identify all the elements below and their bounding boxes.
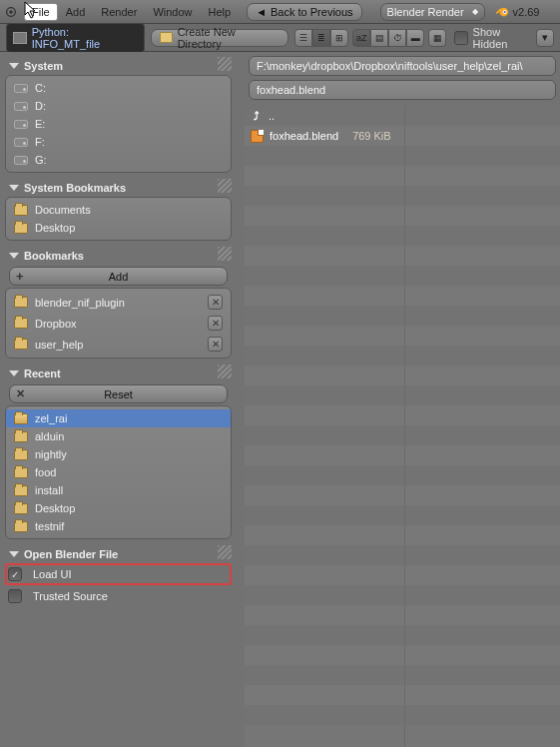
- drive-item[interactable]: D:: [6, 97, 231, 115]
- bookmark-item[interactable]: user_help✕: [6, 334, 231, 355]
- show-hidden-checkbox[interactable]: Show Hidden: [454, 26, 537, 50]
- drive-item[interactable]: E:: [6, 115, 231, 133]
- main-menu: File Add Render Window Help: [24, 3, 239, 21]
- arrow-left-icon: ◄: [256, 6, 267, 18]
- up-arrow-icon: ⤴: [251, 110, 263, 122]
- panel-header-bookmarks[interactable]: Bookmarks: [5, 247, 232, 265]
- panel-recent: zel_rai alduin nightly food install Desk…: [5, 405, 232, 539]
- disclose-icon: [9, 63, 19, 69]
- folder-icon: [14, 485, 28, 496]
- script-icon: [13, 32, 27, 44]
- recent-item[interactable]: zel_rai: [6, 409, 231, 427]
- folder-icon: [14, 467, 28, 478]
- add-bookmark-button[interactable]: +Add: [9, 267, 228, 286]
- drive-item[interactable]: C:: [6, 79, 231, 97]
- sort-alpha-button[interactable]: aZ: [352, 29, 370, 47]
- panel-system: C: D: E: F: G:: [5, 75, 232, 173]
- folder-icon: [14, 449, 28, 460]
- recent-item[interactable]: install: [6, 481, 231, 499]
- checkbox-icon: [8, 589, 22, 603]
- recent-item[interactable]: food: [6, 463, 231, 481]
- top-menu-bar: File Add Render Window Help ◄ Back to Pr…: [0, 0, 560, 24]
- folder-icon: [14, 205, 28, 216]
- file-name: foxhead.blend: [270, 130, 338, 142]
- remove-bookmark-button[interactable]: ✕: [208, 295, 223, 310]
- reset-recent-button[interactable]: ✕Reset: [9, 384, 228, 403]
- file-list[interactable]: ⤴ .. foxhead.blend 769 KiB: [245, 106, 560, 747]
- folder-icon: [14, 431, 28, 442]
- panel-header-system-bookmarks[interactable]: System Bookmarks: [5, 179, 232, 197]
- view-thumbnail-button[interactable]: ⊞: [330, 29, 348, 47]
- path-input[interactable]: F:\monkey\dropbox\Dropbox\niftools\user_…: [249, 56, 556, 76]
- version-label: v2.69: [495, 5, 540, 19]
- disclose-icon: [9, 371, 19, 376]
- filename-input[interactable]: foxhead.blend: [249, 80, 556, 100]
- disclose-icon: [9, 185, 19, 191]
- folder-icon: [160, 32, 173, 43]
- drive-item[interactable]: G:: [6, 151, 231, 169]
- display-mode-buttons: ☰ ≣ ⊞: [294, 29, 348, 47]
- bookmark-item[interactable]: Dropbox✕: [6, 313, 231, 334]
- menu-help[interactable]: Help: [201, 3, 240, 21]
- x-icon: ✕: [16, 387, 25, 400]
- folder-icon: [14, 339, 28, 350]
- panel-header-system[interactable]: System: [5, 57, 232, 75]
- panel-system-bookmarks: Documents Desktop: [5, 197, 232, 241]
- recent-item[interactable]: Desktop: [6, 499, 231, 517]
- stripe-bg: [245, 106, 560, 747]
- folder-icon: [14, 521, 28, 532]
- disclose-icon: [9, 551, 19, 557]
- back-to-previous-button[interactable]: ◄ Back to Previous: [247, 3, 361, 21]
- file-row[interactable]: foxhead.blend 769 KiB: [245, 126, 560, 146]
- drive-icon: [14, 120, 28, 129]
- drive-icon: [14, 138, 28, 147]
- trusted-source-checkbox[interactable]: Trusted Source: [5, 585, 232, 607]
- python-info-button[interactable]: Python: INFO_MT_file: [6, 23, 145, 53]
- remove-bookmark-button[interactable]: ✕: [208, 316, 223, 331]
- filter-button[interactable]: ▾: [536, 29, 554, 47]
- sort-buttons: aZ ▤ ⏱ ▬: [352, 29, 424, 47]
- panel-header-open-file[interactable]: Open Blender File: [5, 545, 232, 563]
- editor-type-icon[interactable]: [4, 5, 18, 19]
- show-hidden-toggle-icon[interactable]: ▦: [428, 29, 446, 47]
- menu-render[interactable]: Render: [93, 3, 145, 21]
- sort-time-button[interactable]: ⏱: [388, 29, 406, 47]
- folder-icon: [14, 297, 28, 308]
- parent-dir-row[interactable]: ⤴ ..: [245, 106, 560, 126]
- blend-file-icon: [251, 130, 264, 143]
- view-list-long-button[interactable]: ≣: [312, 29, 330, 47]
- updown-icon: ◆: [472, 7, 478, 16]
- view-list-short-button[interactable]: ☰: [294, 29, 312, 47]
- create-new-directory-button[interactable]: Create New Directory: [151, 29, 288, 47]
- plus-icon: +: [16, 269, 24, 284]
- menu-window[interactable]: Window: [145, 3, 200, 21]
- bookmark-item[interactable]: Desktop: [6, 219, 231, 237]
- folder-open-icon: [14, 413, 28, 424]
- svg-point-1: [9, 10, 13, 14]
- disclose-icon: [9, 253, 19, 259]
- drive-item[interactable]: F:: [6, 133, 231, 151]
- blender-logo-icon: [495, 5, 509, 19]
- checkbox-checked-icon: [8, 567, 22, 581]
- sidebar: System C: D: E: F: G: System Bookmarks D…: [0, 52, 237, 747]
- drive-icon: [14, 84, 28, 93]
- file-browser-main: F:\monkey\dropbox\Dropbox\niftools\user_…: [237, 52, 560, 747]
- folder-icon: [14, 223, 28, 234]
- folder-icon: [14, 503, 28, 514]
- bookmark-item[interactable]: Documents: [6, 201, 231, 219]
- checkbox-icon: [454, 31, 468, 45]
- menu-add[interactable]: Add: [58, 3, 94, 21]
- remove-bookmark-button[interactable]: ✕: [208, 337, 223, 352]
- drive-icon: [14, 102, 28, 111]
- folder-icon: [14, 318, 28, 329]
- recent-item[interactable]: nightly: [6, 445, 231, 463]
- load-ui-checkbox[interactable]: Load UI: [5, 563, 232, 585]
- render-engine-select[interactable]: Blender Render ◆: [380, 3, 485, 21]
- menu-file[interactable]: File: [24, 3, 58, 21]
- panel-header-recent[interactable]: Recent: [5, 365, 232, 382]
- sort-ext-button[interactable]: ▤: [370, 29, 388, 47]
- sort-size-button[interactable]: ▬: [406, 29, 424, 47]
- bookmark-item[interactable]: blender_nif_plugin✕: [6, 292, 231, 313]
- recent-item[interactable]: alduin: [6, 427, 231, 445]
- recent-item[interactable]: testnif: [6, 517, 231, 535]
